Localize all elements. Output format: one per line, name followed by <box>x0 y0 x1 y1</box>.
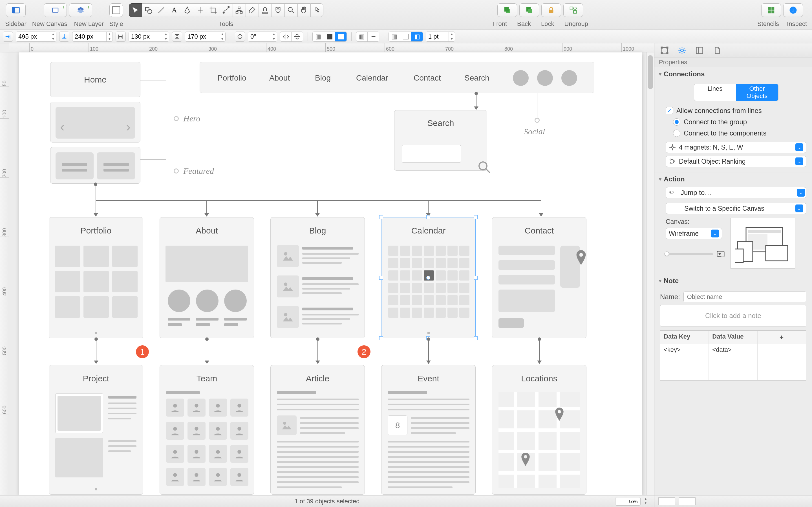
canvas-area[interactable]: 0 100 200 300 400 500 600 700 800 900 10… <box>0 43 654 495</box>
wf-hero-panel[interactable]: ‹ › <box>50 102 140 143</box>
social-circle-1[interactable] <box>513 70 529 86</box>
width-icon[interactable] <box>116 32 126 42</box>
chevron-left-icon[interactable]: ‹ <box>60 119 64 134</box>
tool-connection[interactable] <box>220 3 233 17</box>
chevron-right-icon[interactable]: › <box>126 119 131 134</box>
new-canvas-button[interactable]: + <box>44 3 67 17</box>
tool-crop[interactable] <box>207 3 220 17</box>
stroke-style[interactable]: ━ <box>368 32 379 41</box>
tool-line[interactable] <box>155 3 168 17</box>
style-swatch[interactable] <box>109 3 123 17</box>
origin-y-icon[interactable] <box>59 32 69 42</box>
flip-v-icon[interactable] <box>292 32 303 41</box>
allow-conn-checkbox[interactable]: ✓ <box>666 107 673 114</box>
tool-pointer[interactable] <box>310 3 323 17</box>
note-input[interactable]: Click to add a note <box>660 305 806 327</box>
seg-lines[interactable]: Lines <box>694 84 736 101</box>
tool-brush[interactable] <box>246 3 259 17</box>
jump-dropdown[interactable]: Jump to… ⌄ <box>666 187 806 198</box>
canvas-paper[interactable]: Home ‹ › <box>19 52 642 495</box>
sidebar-toggle-button[interactable] <box>6 3 26 17</box>
stroke-swatch[interactable] <box>679 497 696 505</box>
shadow-color[interactable] <box>400 32 411 41</box>
tool-pen[interactable] <box>181 3 194 17</box>
wf-search-card[interactable]: Search <box>394 110 487 171</box>
switch-canvas-dropdown[interactable]: Switch to a Specific Canvas ⌄ <box>666 203 806 214</box>
lock-button[interactable] <box>541 3 561 17</box>
wf-project-card[interactable]: Project <box>49 365 143 495</box>
connections-seg[interactable]: Lines Other Objects <box>694 83 778 101</box>
zoom-field[interactable] <box>615 497 641 506</box>
conn-comp-radio[interactable] <box>673 129 680 137</box>
fill-solid[interactable] <box>324 32 335 41</box>
wf-article-card[interactable]: Article <box>270 365 365 495</box>
inspect-button[interactable]: i <box>783 3 803 17</box>
front-button[interactable] <box>497 3 517 17</box>
shadow-on[interactable]: ◧ <box>411 32 423 41</box>
tool-stamp[interactable] <box>259 3 271 17</box>
flip-h-icon[interactable] <box>280 32 292 41</box>
fill-on[interactable] <box>335 32 347 41</box>
h-field[interactable]: ▲▼ <box>185 32 225 42</box>
canvas-thumbnail[interactable] <box>730 218 795 269</box>
ranking-dropdown[interactable]: Default Object Ranking ⌄ <box>666 156 806 167</box>
rotation-icon[interactable] <box>235 32 245 42</box>
w-field[interactable]: ▲▼ <box>129 32 169 42</box>
section-action[interactable]: Action <box>654 172 812 186</box>
section-connections[interactable]: Connections <box>654 67 812 81</box>
fill-swatch[interactable] <box>658 497 675 505</box>
wf-locations-card[interactable]: Locations <box>492 365 587 495</box>
new-layer-button[interactable]: + <box>69 3 92 17</box>
wf-team-card[interactable]: Team <box>160 365 254 495</box>
wf-about-card[interactable]: About <box>160 217 254 338</box>
wf-blog-card[interactable]: Blog <box>270 217 365 338</box>
wf-event-card[interactable]: Event 8 <box>381 365 476 495</box>
magnets-dropdown[interactable]: 4 magnets: N, S, E, W ⌄ <box>666 142 806 153</box>
shadow-seg[interactable]: ▥ ◧ <box>389 32 423 42</box>
wf-nav-card[interactable]: Portfolio About Blog Calendar Contact Se… <box>200 62 594 93</box>
wf-featured-panel[interactable] <box>50 147 140 184</box>
wf-portfolio-card[interactable]: Portfolio <box>49 217 143 338</box>
x-field[interactable]: ▲▼ <box>16 32 56 42</box>
social-circle-2[interactable] <box>537 70 553 86</box>
tool-point[interactable] <box>194 3 207 17</box>
seg-other[interactable]: Other Objects <box>736 84 778 101</box>
tool-shape[interactable] <box>142 3 155 17</box>
canvas-select[interactable]: Wireframe ⌄ <box>666 228 722 239</box>
inspector-tab-canvas[interactable] <box>695 45 705 55</box>
height-icon[interactable] <box>172 32 182 42</box>
conn-group-radio[interactable] <box>673 118 680 126</box>
back-button[interactable] <box>519 3 539 17</box>
flip-seg[interactable] <box>280 32 303 42</box>
rot-field[interactable]: ▲▼ <box>248 32 277 42</box>
social-circle-3[interactable] <box>561 70 577 86</box>
stroke-seg[interactable]: ▥ ━ <box>356 32 379 42</box>
tool-hierarchy[interactable] <box>233 3 246 17</box>
section-note[interactable]: Note <box>654 274 812 288</box>
svg-point-45 <box>173 450 177 454</box>
origin-x-icon[interactable] <box>3 32 13 42</box>
inspector-tab-object[interactable] <box>659 45 670 55</box>
shadow-none[interactable]: ▥ <box>389 32 400 41</box>
vertical-scrollbar[interactable] <box>646 52 654 495</box>
stencils-button[interactable] <box>761 3 781 17</box>
tool-select[interactable] <box>129 3 142 17</box>
tool-zoom[interactable] <box>285 3 297 17</box>
ungroup-button[interactable] <box>563 3 583 17</box>
data-table[interactable]: Data Key Data Value ＋ <key> <data> <box>660 330 806 381</box>
add-data-row-button[interactable]: ＋ <box>758 331 806 344</box>
fill-seg[interactable]: ▥ <box>312 32 347 42</box>
wf-contact-card[interactable]: Contact <box>492 217 587 338</box>
tool-text[interactable]: A <box>168 3 181 17</box>
wf-search-input[interactable] <box>402 145 461 163</box>
inspector-tab-document[interactable] <box>712 45 722 55</box>
y-field[interactable]: ▲▼ <box>72 32 113 42</box>
tool-magnet[interactable] <box>271 3 285 17</box>
wf-home-card[interactable]: Home <box>50 62 140 97</box>
object-name-input[interactable] <box>683 291 806 302</box>
fill-none[interactable]: ▥ <box>313 32 324 41</box>
stroke-none[interactable]: ▥ <box>356 32 368 41</box>
inspector-tab-properties[interactable] <box>677 45 687 55</box>
stroke-weight-field[interactable]: ▲▼ <box>426 32 455 42</box>
tool-hand[interactable] <box>297 3 310 17</box>
